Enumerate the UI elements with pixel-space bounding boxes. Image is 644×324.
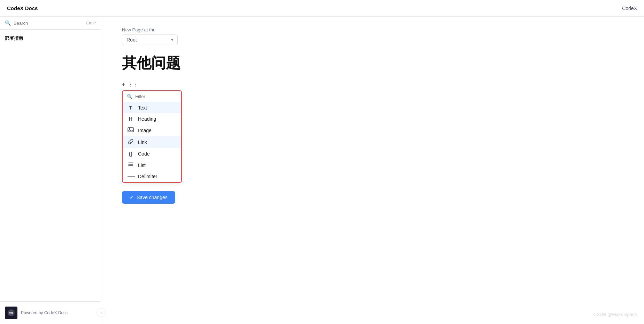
block-menu-filter: 🔍 [123,91,181,102]
block-filter-input[interactable] [135,94,182,99]
text-block-icon: T [128,105,134,111]
block-drag-handle[interactable]: ⋮⋮ [128,82,138,87]
app-header: CodeX Docs CodeX [0,0,644,17]
sidebar-logo: CX [5,307,17,319]
block-toolbar: + ⋮⋮ [122,81,623,88]
checkmark-icon: ✓ [130,195,134,200]
new-page-label: New Page at the [122,27,623,32]
image-block-label: Image [138,128,152,133]
list-block-icon [128,162,134,168]
chevron-down-icon: ▾ [171,37,173,42]
delimiter-block-icon: —— [128,174,134,179]
app-title: CodeX Docs [7,5,38,11]
block-menu-item-heading[interactable]: H Heading [123,113,181,125]
watermark-text: CSDN @Maxx Space [593,312,637,317]
sidebar-footer: CX Powered by CodeX Docs [0,301,101,324]
text-block-label: Text [138,105,147,111]
block-menu-item-list[interactable]: List [123,159,181,171]
sidebar-nav: 部署指南 [0,30,101,301]
search-shortcut: Ctrl P [86,21,96,25]
heading-block-label: Heading [138,116,156,122]
sidebar: 🔍 Ctrl P 部署指南 CX Powered by CodeX Docs ‹ [0,17,101,324]
block-menu-item-image[interactable]: Image [123,125,181,136]
footer-powered-by: Powered by CodeX Docs [21,310,68,315]
svg-point-3 [129,129,130,130]
dropdown-value: Root [127,37,137,43]
code-block-icon: {} [128,151,134,157]
link-block-label: Link [138,140,147,145]
new-page-dropdown[interactable]: Root ▾ [122,35,178,45]
filter-search-icon: 🔍 [127,94,132,99]
link-block-icon [128,139,134,145]
block-type-menu: 🔍 T Text H Heading [122,90,182,183]
block-add-button[interactable]: + [122,81,125,88]
sidebar-collapse-button[interactable]: ‹ [97,308,106,317]
save-changes-label: Save changes [137,195,168,200]
search-icon: 🔍 [5,20,11,26]
main-layout: 🔍 Ctrl P 部署指南 CX Powered by CodeX Docs ‹… [0,17,644,324]
block-menu-item-link[interactable]: Link [123,136,181,148]
heading-block-icon: H [128,116,134,122]
save-changes-button[interactable]: ✓ Save changes [122,191,175,204]
sidebar-item-deploy-guide[interactable]: 部署指南 [5,34,96,43]
svg-text:CX: CX [9,311,13,315]
code-block-label: Code [138,151,150,157]
block-menu-item-code[interactable]: {} Code [123,148,181,159]
block-menu-item-text[interactable]: T Text [123,102,181,113]
svg-rect-2 [128,128,133,132]
content-area: New Page at the Root ▾ 其他问题 + ⋮⋮ 🔍 T Tex… [101,17,644,324]
search-input[interactable] [14,21,84,26]
image-block-icon [128,127,134,133]
sidebar-search: 🔍 Ctrl P [0,17,101,30]
new-page-section: New Page at the Root ▾ [122,27,623,45]
list-block-label: List [138,163,146,168]
header-right-label: CodeX [622,6,637,11]
delimiter-block-label: Delimiter [138,174,157,179]
block-menu-item-delimiter[interactable]: —— Delimiter [123,171,181,182]
page-title: 其他问题 [122,53,623,73]
